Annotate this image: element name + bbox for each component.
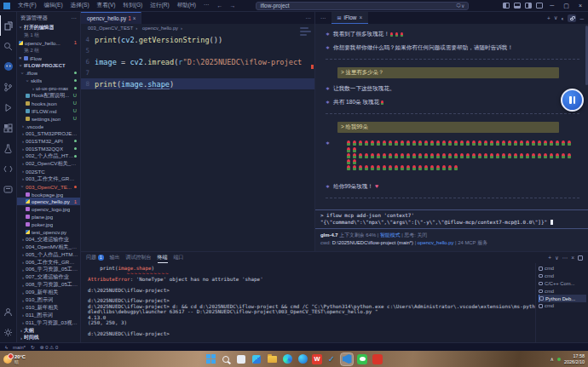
command-center-search[interactable]: iflow-project 🗨∨	[256, 2, 469, 10]
code-editor[interactable]: 4print(cv2.getVersionString())56image = …	[81, 32, 314, 251]
menu-item[interactable]: 编辑(E)	[41, 1, 66, 10]
menu-item[interactable]: 运行(R)	[147, 1, 172, 10]
taskbar-search-icon[interactable]	[220, 353, 232, 365]
tree-item[interactable]: ›001STM32QQX	[17, 145, 80, 152]
tab-close-icon[interactable]: ×	[133, 15, 136, 21]
code-line[interactable]: 7	[81, 67, 314, 78]
tree-item[interactable]: ›003_工作文件_GROUND	[17, 175, 80, 183]
taskbar-explorer-icon[interactable]	[266, 353, 278, 365]
weather-widget[interactable]: 20°C 晴	[0, 354, 128, 364]
taskbar-check-icon[interactable]: ✓	[326, 353, 337, 365]
taskbar-wps-icon[interactable]: W	[312, 354, 322, 364]
tree-item[interactable]: ›009_新年相关	[17, 289, 80, 296]
tree-item[interactable]: test_opencv.py	[17, 228, 80, 236]
tree-item[interactable]: ›011_图示词	[17, 312, 80, 319]
taskbar-wechat-icon[interactable]	[356, 353, 368, 365]
editor-actions-icon[interactable]: ···	[306, 15, 315, 21]
panel-tab-调试控制台[interactable]: 调试控制台	[126, 252, 152, 263]
tree-item[interactable]: opencv_logo.jpg	[17, 205, 80, 213]
tree-item[interactable]: ›007_交通运输作业	[17, 273, 80, 281]
tree-item[interactable]: ›006_学习资源_05工具...	[17, 267, 80, 274]
tree-item[interactable]: settings.jsonU	[17, 115, 80, 123]
taskbar-edge-icon[interactable]	[297, 353, 308, 365]
tree-item[interactable]: ›005_个人作品_HTML...	[17, 251, 80, 259]
menu-item[interactable]: 文件(F)	[14, 1, 40, 10]
terminal-session[interactable]: Python Deb...	[539, 295, 586, 302]
code-line[interactable]: 8print(image.shape)	[81, 78, 314, 89]
iflow-assistant-icon[interactable]	[0, 56, 17, 77]
tree-item[interactable]: ›008_学习资源_05工具...	[17, 281, 80, 289]
toggle-sidebar-icon[interactable]	[503, 3, 510, 9]
taskbar-redapp-icon[interactable]	[372, 353, 383, 365]
iflow-floating-button[interactable]	[561, 89, 584, 112]
menu-item[interactable]: ···	[200, 1, 213, 10]
theme-icon[interactable]: ◐	[561, 15, 564, 21]
maximize-panel-icon[interactable]	[578, 255, 583, 261]
panel-tab-输出[interactable]: 输出	[110, 252, 120, 263]
tree-item[interactable]: ›.iflow	[17, 69, 80, 77]
tree-item[interactable]: ›.vscode	[17, 123, 80, 130]
open-editor-item[interactable]: ×iFlow	[17, 54, 80, 62]
source-control-icon[interactable]	[0, 77, 17, 97]
code-line[interactable]: 6image = cv2.imread(r"D:\2025NUEDC\iflow…	[81, 56, 314, 67]
copilot-chat-icon[interactable]: 🗨∨	[456, 3, 464, 9]
taskbar-vscode-icon[interactable]	[341, 353, 353, 365]
run-debug-icon[interactable]	[0, 97, 17, 118]
status-item[interactable]: ϟ	[5, 345, 8, 350]
terminal-session[interactable]: cmd	[539, 302, 586, 310]
extensions-icon[interactable]	[0, 118, 17, 138]
tree-item[interactable]: IFLOW.mdU	[17, 107, 80, 115]
tree-item[interactable]: opencv_hello.py1	[17, 198, 80, 205]
toggle-panel-icon[interactable]	[514, 3, 521, 9]
tree-item[interactable]: plane.jpg	[17, 213, 80, 221]
taskbar-start-icon[interactable]	[205, 353, 216, 365]
tree-group[interactable]: 第 1 组	[17, 32, 80, 39]
panel-minimize-icon[interactable]: ─	[579, 15, 584, 21]
status-item[interactable]: ⊗ 0 ⚠ 0	[40, 345, 58, 350]
explorer-more-icon[interactable]: ···	[72, 15, 77, 21]
status-item[interactable]: main*	[13, 345, 26, 350]
code-line[interactable]: 5	[81, 45, 314, 56]
tree-item[interactable]: ›004_交通运输作业	[17, 236, 80, 244]
status-item[interactable]: ↻	[31, 345, 35, 350]
tree-item[interactable]: ›011_学习资源_03视频...	[17, 319, 80, 327]
tree-item[interactable]: ›skills	[17, 77, 80, 84]
tree-item[interactable]: bookpage.jpg	[17, 191, 80, 198]
tree-item[interactable]: poker.jpg	[17, 221, 80, 228]
chevron-down-icon[interactable]: ∨	[554, 14, 558, 21]
close-button[interactable]: ×	[576, 3, 585, 9]
panel-action-icon[interactable]: ⋯	[562, 255, 568, 261]
tray-app-icon[interactable]	[557, 358, 561, 361]
account-icon[interactable]	[0, 301, 17, 322]
tree-section[interactable]: ›大纲	[17, 327, 80, 335]
panel-tab-终端[interactable]: 终端	[158, 252, 168, 263]
lock-toggle[interactable]	[568, 14, 576, 22]
menu-item[interactable]: 选择(S)	[67, 1, 93, 10]
taskbar-clock[interactable]: 17:58 2026/2/10	[564, 353, 585, 364]
terminal-session[interactable]: cmd	[539, 287, 586, 295]
terminal-session[interactable]: cmd	[539, 265, 586, 272]
tree-item[interactable]: hooks.jsonU	[17, 100, 80, 107]
breadcrumb-item[interactable]: 003_OpenCV_TEST	[88, 26, 133, 31]
tab-iflow[interactable]: ⊞ iFlow ×	[331, 12, 369, 24]
toggle-secondary-sidebar-icon[interactable]	[525, 3, 532, 9]
taskbar-store-icon[interactable]	[251, 353, 262, 365]
tree-item[interactable]: Hook配置说明...U	[17, 92, 80, 100]
close-editor-icon[interactable]: ×	[19, 55, 22, 60]
explorer-icon[interactable]	[0, 15, 17, 36]
open-editor-item[interactable]: opencv_hello...1	[17, 39, 80, 47]
panel-tab-问题[interactable]: 问题1	[86, 252, 104, 263]
menu-item[interactable]: 转到(G)	[120, 1, 147, 10]
search-icon[interactable]	[0, 36, 17, 56]
chat-tabbar-more-icon[interactable]: ···	[315, 15, 331, 21]
code-line[interactable]: 4print(cv2.getVersionString())	[81, 34, 314, 45]
forward-icon[interactable]: →	[228, 3, 239, 9]
tab-opencv-hello[interactable]: opencv_hello.py 1 ×	[81, 12, 141, 24]
tree-item[interactable]: ›010_图示词	[17, 296, 80, 304]
tree-item[interactable]: ›010_新年相关	[17, 304, 80, 312]
back-icon[interactable]: ←	[215, 3, 226, 9]
tree-section[interactable]: ›打开的编辑器	[17, 24, 80, 32]
tree-item[interactable]: ›ui-ux-pro-max	[17, 84, 80, 92]
breadcrumb[interactable]: 003_OpenCV_TEST›opencv_hello.py›	[81, 24, 314, 32]
taskbar-round-icon[interactable]	[281, 353, 293, 365]
